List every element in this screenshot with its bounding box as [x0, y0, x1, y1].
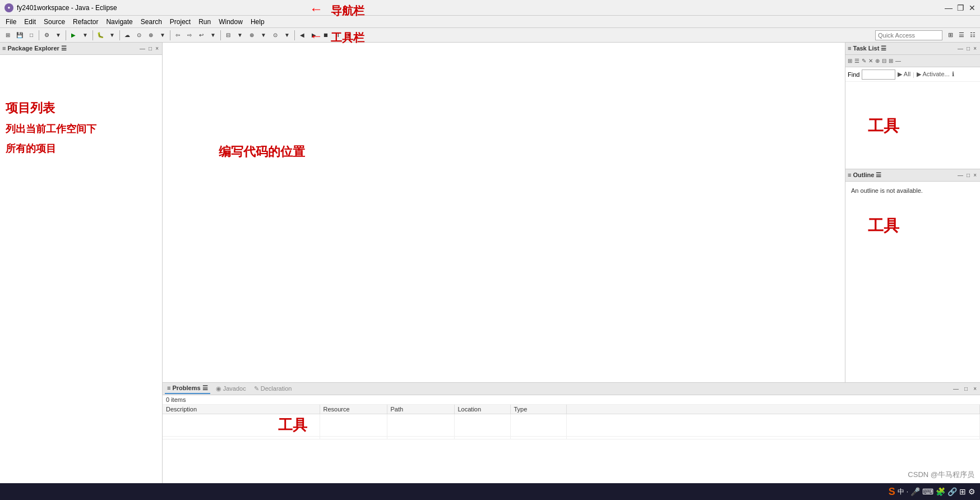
toolbar-btn-16[interactable]: ⊟	[223, 30, 234, 41]
toolbar-btn-15[interactable]: ▼	[207, 30, 219, 41]
window-controls: — ❐ ✕	[945, 3, 976, 12]
editor-area[interactable]: 编写代码的位置	[163, 43, 845, 382]
task-ctrl-close[interactable]: ×	[972, 45, 978, 52]
pkg-ctrl-close[interactable]: ×	[154, 45, 160, 52]
menu-window[interactable]: Window	[215, 17, 246, 27]
toolbar-run-2[interactable]: ▼	[80, 30, 91, 41]
task-find-label: Find	[848, 71, 859, 78]
toolbar-btn-25[interactable]: ⏸	[332, 30, 343, 41]
menu-run[interactable]: Run	[195, 17, 214, 27]
cell-location	[454, 414, 510, 437]
toolbar-run[interactable]: ▶	[68, 30, 79, 41]
toolbar-sep-4	[119, 30, 120, 40]
menu-refactor[interactable]: Refactor	[70, 17, 101, 27]
task-list-controls: — □ ×	[956, 45, 978, 52]
menu-search[interactable]: Search	[137, 17, 165, 27]
toolbar-new[interactable]: ⊞	[2, 30, 13, 41]
toolbar-btn-14[interactable]: ↩	[196, 30, 207, 41]
task-list-content: 工具	[845, 82, 980, 169]
menu-help[interactable]: Help	[247, 17, 268, 27]
toolbar-btn-10[interactable]: ⊕	[145, 30, 156, 41]
outline-ctrl-max[interactable]: □	[965, 172, 971, 178]
package-explorer-title: ≡ Package Explorer ☰	[2, 45, 67, 52]
toolbar-btn-2[interactable]: 💾	[14, 30, 25, 41]
pkg-ctrl-minimize[interactable]: —	[138, 45, 146, 52]
outline-panel: ≡ Outline ☰ — □ × An outline is not avai…	[845, 169, 980, 382]
toolbar-btn-21[interactable]: ▼	[281, 30, 293, 41]
outline-controls: — □ ×	[956, 172, 978, 178]
task-filter-activate[interactable]: ▶ Activate...	[917, 71, 950, 78]
perspective-icon-1[interactable]: ⊞	[945, 30, 955, 40]
task-find-input[interactable]	[862, 70, 895, 80]
toolbar-btn-26[interactable]: ▼	[344, 30, 355, 41]
toolbar-sep-7	[294, 30, 295, 40]
title-bar: ● fy2401workspace - Java - Eclipse — ❐ ✕	[0, 0, 980, 16]
task-ctrl-max[interactable]: □	[965, 45, 971, 52]
outline-ctrl-min[interactable]: —	[956, 172, 964, 178]
outline-ctrl-close[interactable]: ×	[972, 172, 978, 178]
menu-source[interactable]: Source	[40, 17, 68, 27]
tab-javadoc[interactable]: ◉ Javadoc	[214, 384, 248, 393]
toolbar-btn-5[interactable]: ▼	[53, 30, 64, 41]
tab-declaration[interactable]: ✎ Declaration	[252, 384, 294, 393]
table-row-2	[163, 437, 980, 439]
toolbar-btn-3[interactable]: □	[26, 30, 37, 41]
close-button[interactable]: ✕	[969, 3, 976, 12]
perspective-icon-2[interactable]: ☰	[956, 30, 967, 40]
toolbar-btn-24[interactable]: ⏹	[320, 30, 331, 41]
task-tool-1[interactable]: ⊞	[847, 58, 853, 64]
task-tool-5[interactable]: ⊕	[874, 58, 881, 64]
problems-ctrl-max[interactable]: □	[963, 386, 969, 392]
toolbar-btn-20[interactable]: ⊙	[270, 30, 281, 41]
menu-edit[interactable]: Edit	[21, 17, 39, 27]
toolbar-btn-4[interactable]: ⚙	[41, 30, 52, 41]
task-tool-7[interactable]: ⊞	[887, 58, 894, 64]
minimize-button[interactable]: —	[945, 3, 953, 12]
taskbar-link-icon[interactable]: 🔗	[947, 487, 957, 496]
problems-ctrl-close[interactable]: ×	[972, 386, 978, 392]
toolbar-btn-17[interactable]: ▼	[234, 30, 246, 41]
toolbar-btn-12[interactable]: ⇦	[172, 30, 183, 41]
toolbar-btn-13[interactable]: ⇨	[184, 30, 195, 41]
task-tool-2[interactable]: ☰	[853, 58, 861, 64]
toolbar-btn-18[interactable]: ⊕	[246, 30, 257, 41]
problems-ctrl-min[interactable]: —	[952, 386, 960, 392]
task-tool-3[interactable]: ✎	[861, 58, 867, 64]
taskbar-keyboard-icon[interactable]: ⌨	[922, 487, 933, 496]
toolbar-debug[interactable]: 🐛	[95, 30, 106, 41]
task-filter-info[interactable]: ℹ	[952, 71, 954, 78]
quick-access-input[interactable]	[875, 30, 942, 40]
task-filter-all[interactable]: ▶ All	[898, 71, 910, 78]
menu-navigate[interactable]: Navigate	[103, 17, 136, 27]
task-tool-4[interactable]: ✕	[867, 58, 874, 64]
annotation-right-tool-1: 工具	[868, 115, 899, 137]
cell-extra	[566, 414, 980, 437]
taskbar-mic-icon[interactable]: 🎤	[910, 487, 920, 496]
tab-problems[interactable]: ≡ Problems ☰	[165, 383, 210, 394]
task-tool-6[interactable]: ⊟	[881, 58, 887, 64]
task-list-toolbar: ⊞ ☰ ✎ ✕ ⊕ ⊟ ⊞ —	[845, 55, 980, 67]
task-find-row: Find ▶ All | ▶ Activate... ℹ	[845, 67, 980, 82]
toolbar-btn-22[interactable]: ◀	[297, 30, 308, 41]
toolbar-btn-11[interactable]: ▼	[157, 30, 168, 41]
restore-button[interactable]: ❐	[957, 3, 964, 12]
taskbar-grid-icon[interactable]: ⊞	[959, 487, 966, 496]
toolbar-btn-23[interactable]: ▶	[308, 30, 320, 41]
outline-content: An outline is not available. 工具	[845, 182, 980, 382]
task-ctrl-min[interactable]: —	[956, 45, 964, 52]
taskbar-settings-icon[interactable]: ⚙	[968, 487, 976, 496]
perspective-icon-3[interactable]: ☷	[968, 30, 978, 40]
toolbar-btn-8[interactable]: ☁	[122, 30, 133, 41]
toolbar-debug-2[interactable]: ▼	[107, 30, 118, 41]
pkg-ctrl-maximize[interactable]: □	[147, 45, 153, 52]
package-explorer-controls: — □ ×	[138, 45, 160, 52]
menu-project[interactable]: Project	[167, 17, 194, 27]
toolbar-btn-9[interactable]: ⊙	[133, 30, 145, 41]
toolbar-btn-19[interactable]: ▼	[258, 30, 269, 41]
task-tool-8[interactable]: —	[894, 58, 902, 64]
cell-type-2	[510, 437, 566, 439]
toolbar-sep-1	[39, 30, 39, 40]
cell-resource-2	[320, 437, 387, 439]
taskbar-puzzle-icon[interactable]: 🧩	[936, 487, 945, 496]
menu-file[interactable]: File	[2, 17, 20, 27]
